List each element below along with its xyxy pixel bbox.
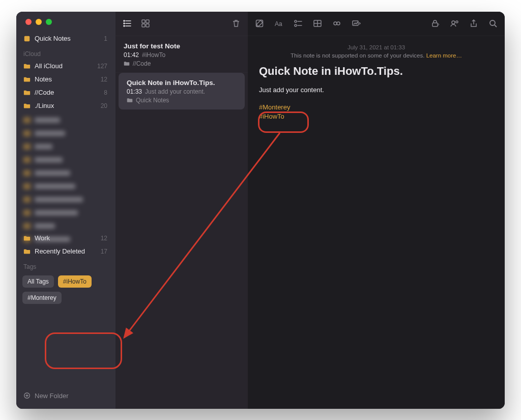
note-card-location: //Code <box>124 60 240 67</box>
compose-icon[interactable] <box>255 19 264 28</box>
sidebar-item-label: Notes <box>35 75 101 83</box>
sidebar-section-tags: Tags <box>16 258 115 272</box>
note-card-subtitle: 01:42#iHowTo <box>124 51 240 59</box>
blurred-folders <box>21 114 110 231</box>
sidebar-item-count: 17 <box>101 248 107 255</box>
svg-point-9 <box>124 25 125 26</box>
note-tag[interactable]: #Monterey <box>259 103 494 112</box>
window-controls <box>16 12 115 32</box>
new-folder-label: New Folder <box>35 392 68 400</box>
close-window-button[interactable] <box>25 19 32 25</box>
folder-icon <box>23 63 31 70</box>
search-icon[interactable] <box>488 19 498 28</box>
zoom-window-button[interactable] <box>46 19 52 25</box>
format-icon[interactable]: Aa <box>274 19 283 28</box>
compatibility-warning: This note is not supported on some of yo… <box>259 52 494 59</box>
folder-icon <box>23 76 31 83</box>
note-card-subtitle: 01:33Just add your content. <box>127 88 237 95</box>
sidebar-item-label: //Code <box>35 89 104 96</box>
note-card-title: Just for test Note <box>124 42 240 50</box>
note-list-item[interactable]: Just for test Note01:42#iHowTo//Code <box>115 36 248 73</box>
svg-rect-0 <box>24 36 30 41</box>
editor-body[interactable]: July 31, 2021 at 01:33 This note is not … <box>248 36 505 129</box>
svg-point-8 <box>124 23 125 24</box>
sidebar-item-count: 12 <box>101 76 107 83</box>
folder-icon <box>23 102 31 109</box>
note-title[interactable]: Quick Note in iHowTo.Tips. <box>259 65 494 78</box>
svg-point-16 <box>295 20 297 22</box>
svg-rect-10 <box>142 20 145 23</box>
notelist-toolbar <box>115 12 248 36</box>
note-tags[interactable]: #Monterey #iHowTo <box>259 103 494 121</box>
sparkle-icon <box>23 35 31 42</box>
media-icon[interactable] <box>352 19 361 28</box>
svg-point-24 <box>337 22 340 25</box>
sidebar-item-count: 1 <box>104 35 107 42</box>
sidebar-item-count: 127 <box>97 63 107 70</box>
table-icon[interactable] <box>313 19 322 28</box>
note-date: July 31, 2021 at 01:33 <box>259 44 494 50</box>
sidebar-folder-allicloud[interactable]: All iCloud127 <box>16 60 115 73</box>
svg-rect-12 <box>142 24 145 27</box>
sidebar-item-count: 8 <box>104 89 107 96</box>
sidebar-section-icloud: iCloud <box>16 45 115 60</box>
sidebar-item-count: 20 <box>101 102 107 109</box>
note-list-pane: Just for test Note01:42#iHowTo//CodeQuic… <box>115 12 248 409</box>
notes-window: Quick Notes 1 iCloud All iCloud127Notes1… <box>16 12 505 409</box>
lock-icon[interactable] <box>430 19 440 28</box>
svg-line-30 <box>495 25 497 27</box>
svg-rect-26 <box>432 23 438 26</box>
sidebar-folder-linux[interactable]: ./Linux20 <box>16 99 115 113</box>
sidebar-folder-recentlydeleted[interactable]: Recently Deleted17 <box>16 245 115 258</box>
sidebar-item-label: Recently Deleted <box>35 247 101 255</box>
svg-point-27 <box>452 21 455 24</box>
tag-pill-ihowto[interactable]: #iHowTo <box>58 275 92 288</box>
tag-pill-alltags[interactable]: All Tags <box>22 275 54 288</box>
sidebar: Quick Notes 1 iCloud All iCloud127Notes1… <box>16 12 115 409</box>
checklist-icon[interactable] <box>294 19 303 28</box>
note-list-item[interactable]: Quick Note in iHowTo.Tips.01:33Just add … <box>119 73 245 109</box>
note-card-location: Quick Notes <box>127 97 237 104</box>
sidebar-folder-notes[interactable]: Notes12 <box>16 73 115 86</box>
note-body-text[interactable]: Just add your content. <box>259 86 494 94</box>
tag-pill-monterey[interactable]: #Monterey <box>22 292 62 304</box>
editor-pane: Aa <box>248 12 505 409</box>
svg-point-18 <box>295 24 297 26</box>
folder-icon <box>23 248 31 255</box>
collaborate-icon[interactable] <box>450 19 459 28</box>
tags-list: All Tags#iHowTo#Monterey <box>16 272 115 307</box>
new-folder-button[interactable]: New Folder <box>16 387 115 405</box>
trash-icon[interactable] <box>231 19 241 28</box>
note-tag[interactable]: #iHowTo <box>259 112 494 121</box>
gallery-view-icon[interactable] <box>141 19 150 28</box>
svg-point-23 <box>334 22 337 25</box>
svg-text:Aa: Aa <box>275 20 282 27</box>
editor-toolbar: Aa <box>248 12 505 36</box>
svg-point-28 <box>456 21 458 23</box>
sidebar-item-label: ./Linux <box>35 102 101 109</box>
learn-more-link[interactable]: Learn more… <box>426 52 462 59</box>
link-icon[interactable] <box>332 19 341 28</box>
share-icon[interactable] <box>469 19 478 28</box>
sidebar-item-label: All iCloud <box>35 62 97 70</box>
sidebar-item-label: Quick Notes <box>35 35 104 42</box>
sidebar-item-quick-notes[interactable]: Quick Notes 1 <box>16 32 115 45</box>
sidebar-folder-code[interactable]: //Code8 <box>16 86 115 99</box>
svg-point-29 <box>490 20 495 25</box>
list-view-icon[interactable] <box>123 19 132 28</box>
minimize-window-button[interactable] <box>36 19 42 25</box>
folder-icon <box>23 89 31 96</box>
note-card-title: Quick Note in iHowTo.Tips. <box>127 79 237 87</box>
svg-point-7 <box>124 20 125 21</box>
svg-rect-13 <box>146 24 149 27</box>
svg-rect-11 <box>146 20 149 23</box>
